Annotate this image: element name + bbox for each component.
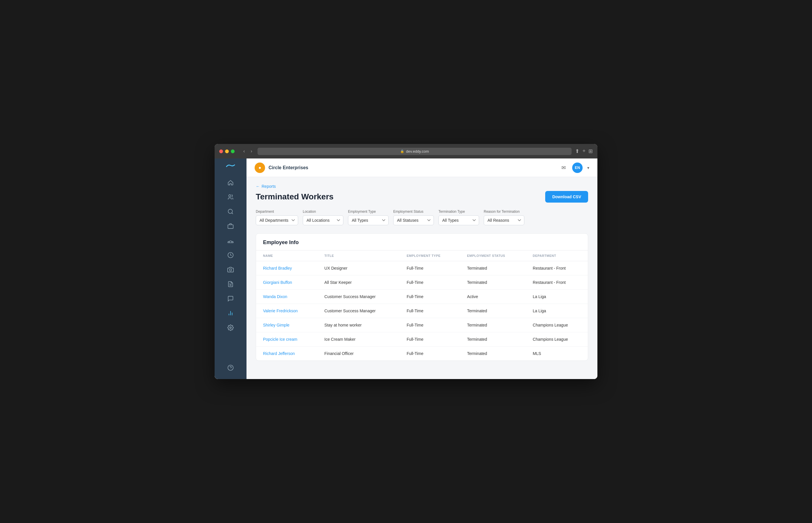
sidebar-logo bbox=[225, 163, 236, 171]
traffic-light-red[interactable] bbox=[219, 149, 223, 153]
sidebar bbox=[214, 159, 246, 379]
traffic-lights bbox=[219, 149, 234, 153]
svg-rect-2 bbox=[228, 224, 233, 229]
cell-title-1: All Star Keeper bbox=[318, 275, 400, 290]
mail-icon[interactable]: ✉ bbox=[560, 163, 568, 173]
company-info: ● Circle Enterprises bbox=[254, 163, 308, 173]
sidebar-item-camera[interactable] bbox=[214, 263, 246, 276]
filter-label-reason-for-termination: Reason for Termination bbox=[484, 210, 524, 214]
table-section-title: Employee Info bbox=[263, 239, 581, 246]
cell-name-1[interactable]: Giorgiani Buffon bbox=[256, 275, 318, 290]
cell-department-1: Restaurant - Front bbox=[526, 275, 588, 290]
filter-group-employment-type: Employment Type All Types bbox=[348, 210, 389, 225]
cell-title-3: Customer Success Manager bbox=[318, 304, 400, 318]
employee-name-link-4[interactable]: Shirley Gimple bbox=[263, 323, 289, 327]
cell-name-5[interactable]: Popcicle Ice cream bbox=[256, 332, 318, 346]
sidebar-item-reports[interactable] bbox=[214, 306, 246, 320]
svg-point-1 bbox=[228, 209, 232, 214]
filter-select-termination-type[interactable]: All Types bbox=[438, 215, 479, 225]
table-row: Richard Bradley UX Designer Full-Time Te… bbox=[256, 261, 588, 275]
cell-department-6: MLS bbox=[526, 346, 588, 361]
share-icon[interactable]: ⬆ bbox=[575, 148, 580, 155]
table-row: Richard Jefferson Financial Officer Full… bbox=[256, 346, 588, 361]
col-header-title: TITLE bbox=[318, 251, 400, 261]
browser-nav: ‹ › bbox=[242, 147, 254, 155]
cell-department-3: La Liga bbox=[526, 304, 588, 318]
filter-select-employment-type[interactable]: All Types bbox=[348, 215, 389, 225]
user-menu-chevron-icon[interactable]: ▾ bbox=[587, 165, 589, 170]
cell-employment-status-1: Terminated bbox=[460, 275, 526, 290]
employee-name-link-3[interactable]: Valerie Fredrickson bbox=[263, 308, 298, 313]
filter-group-location: Location All Locations bbox=[303, 210, 343, 225]
cell-employment-type-3: Full-Time bbox=[400, 304, 460, 318]
filter-select-location[interactable]: All Locations bbox=[303, 215, 343, 225]
url-bar[interactable]: 🔒 dev.eddy.com bbox=[258, 148, 572, 155]
sidebar-item-settings[interactable] bbox=[214, 321, 246, 335]
sidebar-item-clock[interactable] bbox=[214, 249, 246, 262]
sidebar-item-survey[interactable] bbox=[214, 292, 246, 305]
sidebar-item-help[interactable] bbox=[214, 361, 246, 374]
cell-title-2: Customer Success Manager bbox=[318, 290, 400, 304]
filter-group-termination-type: Termination Type All Types bbox=[438, 210, 479, 225]
employee-name-link-6[interactable]: Richard Jefferson bbox=[263, 351, 295, 356]
page-header: Terminated Workers Download CSV bbox=[256, 191, 588, 203]
download-csv-button[interactable]: Download CSV bbox=[545, 191, 588, 203]
sidebar-item-docs[interactable] bbox=[214, 277, 246, 291]
nav-back-button[interactable]: ‹ bbox=[242, 147, 246, 155]
top-nav: ● Circle Enterprises ✉ EN ▾ bbox=[246, 159, 598, 177]
cell-name-2[interactable]: Wanda Dixon bbox=[256, 290, 318, 304]
filter-select-employment-status[interactable]: All Statuses bbox=[393, 215, 434, 225]
cell-department-0: Restaurant - Front bbox=[526, 261, 588, 275]
table-header: Employee Info bbox=[256, 234, 588, 251]
filter-label-department: Department bbox=[256, 210, 298, 214]
table-row: Valerie Fredrickson Customer Success Man… bbox=[256, 304, 588, 318]
table-header-row: NAME TITLE EMPLOYMENT TYPE EMPLOYMENT ST… bbox=[256, 251, 588, 261]
svg-point-11 bbox=[230, 327, 231, 328]
cell-employment-status-2: Active bbox=[460, 290, 526, 304]
cell-name-3[interactable]: Valerie Fredrickson bbox=[256, 304, 318, 318]
filter-select-reason-for-termination[interactable]: All Reasons bbox=[484, 215, 524, 225]
table-row: Wanda Dixon Customer Success Manager Ful… bbox=[256, 290, 588, 304]
breadcrumb-arrow-icon: ← bbox=[256, 184, 260, 188]
filter-label-location: Location bbox=[303, 210, 343, 214]
traffic-light-green[interactable] bbox=[231, 149, 234, 153]
col-header-name: NAME bbox=[256, 251, 318, 261]
filter-label-employment-type: Employment Type bbox=[348, 210, 389, 214]
company-logo-text: ● bbox=[258, 165, 261, 170]
employee-name-link-0[interactable]: Richard Bradley bbox=[263, 266, 292, 270]
cell-employment-type-2: Full-Time bbox=[400, 290, 460, 304]
traffic-light-yellow[interactable] bbox=[225, 149, 229, 153]
app-container: ● Circle Enterprises ✉ EN ▾ ← Reports bbox=[214, 159, 598, 379]
employee-name-link-1[interactable]: Giorgiani Buffon bbox=[263, 280, 292, 285]
sidebar-item-briefcase[interactable] bbox=[214, 219, 246, 233]
filters-row: Department All Departments Location All … bbox=[256, 210, 588, 225]
table-row: Giorgiani Buffon All Star Keeper Full-Ti… bbox=[256, 275, 588, 290]
sidebar-item-search[interactable] bbox=[214, 205, 246, 218]
filter-group-employment-status: Employment Status All Statuses bbox=[393, 210, 434, 225]
breadcrumb[interactable]: ← Reports bbox=[256, 184, 588, 188]
breadcrumb-label: Reports bbox=[262, 184, 276, 188]
col-header-department: DEPARTMENT bbox=[526, 251, 588, 261]
browser-actions: ⬆ + ⊞ bbox=[575, 148, 593, 155]
user-avatar[interactable]: EN bbox=[572, 163, 583, 173]
grid-icon[interactable]: ⊞ bbox=[588, 148, 593, 155]
col-header-employment-status: EMPLOYMENT STATUS bbox=[460, 251, 526, 261]
cell-name-6[interactable]: Richard Jefferson bbox=[256, 346, 318, 361]
filter-select-department[interactable]: All Departments bbox=[256, 215, 298, 225]
cell-employment-type-0: Full-Time bbox=[400, 261, 460, 275]
cell-employment-status-5: Terminated bbox=[460, 332, 526, 346]
sidebar-item-home[interactable] bbox=[214, 176, 246, 189]
cell-name-4[interactable]: Shirley Gimple bbox=[256, 318, 318, 332]
cell-employment-type-5: Full-Time bbox=[400, 332, 460, 346]
employee-name-link-2[interactable]: Wanda Dixon bbox=[263, 294, 287, 299]
cell-name-0[interactable]: Richard Bradley bbox=[256, 261, 318, 275]
nav-forward-button[interactable]: › bbox=[249, 147, 254, 155]
employee-name-link-5[interactable]: Popcicle Ice cream bbox=[263, 337, 297, 342]
cell-employment-type-4: Full-Time bbox=[400, 318, 460, 332]
new-tab-icon[interactable]: + bbox=[582, 148, 586, 155]
cell-department-4: Champions League bbox=[526, 318, 588, 332]
sidebar-item-people[interactable] bbox=[214, 191, 246, 204]
sidebar-item-timeoff[interactable] bbox=[214, 234, 246, 247]
table-body: Richard Bradley UX Designer Full-Time Te… bbox=[256, 261, 588, 361]
page-title: Terminated Workers bbox=[256, 192, 334, 201]
